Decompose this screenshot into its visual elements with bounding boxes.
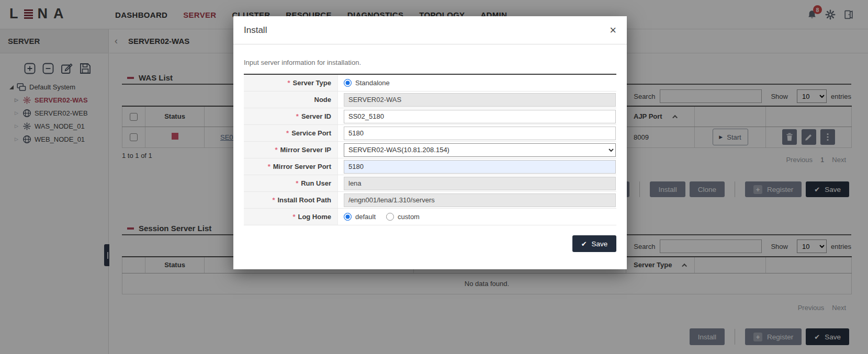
field-label: Server Type: [293, 79, 331, 87]
form-row-mirror-server-ip: * Mirror Server IP SERVER02-WAS(10.81.20…: [244, 142, 616, 158]
radio-label[interactable]: Standalone: [355, 79, 390, 87]
required-mark: *: [296, 112, 299, 120]
mirror-server-port-field[interactable]: [344, 160, 616, 174]
field-label: Server ID: [301, 112, 331, 120]
form-row-server-type: * Server Type Standalone: [244, 75, 616, 92]
mirror-server-ip-select[interactable]: SERVER02-WAS(10.81.208.154): [344, 143, 616, 157]
log-home-custom-radio[interactable]: [386, 213, 394, 221]
run-user-field: [344, 177, 616, 190]
required-mark: *: [296, 179, 298, 187]
modal-description: Input server information for installatio…: [233, 44, 627, 66]
required-mark: *: [275, 146, 277, 154]
form-row-log-home: * Log Home default custom: [244, 209, 616, 225]
modal-title: Install: [244, 25, 267, 36]
form-row-service-port: * Service Port: [244, 125, 616, 142]
form-row-run-user: * Run User: [244, 175, 616, 192]
radio-label[interactable]: custom: [398, 213, 420, 221]
field-label: Install Root Path: [277, 196, 331, 204]
form-row-install-root-path: * Install Root Path: [244, 192, 616, 209]
node-field: [344, 93, 616, 107]
required-mark: *: [268, 163, 270, 170]
close-icon[interactable]: ×: [610, 25, 616, 36]
field-label: Service Port: [291, 129, 331, 137]
required-mark: *: [292, 213, 295, 221]
field-label: Log Home: [298, 213, 331, 221]
service-port-field[interactable]: [344, 127, 616, 140]
install-root-path-field: [344, 193, 616, 207]
required-mark: *: [286, 129, 289, 137]
modal-save-button[interactable]: ✔ Save: [572, 235, 616, 252]
form-row-server-id: * Server ID: [244, 108, 616, 125]
server-id-field[interactable]: [344, 110, 616, 123]
required-mark: *: [272, 196, 275, 204]
app-screen: L N A DASHBOARD SERVER CLUSTER RESOURCE …: [0, 0, 868, 354]
install-modal: Install × Input server information for i…: [233, 16, 627, 269]
log-home-default-radio[interactable]: [344, 213, 352, 221]
modal-header: Install ×: [233, 16, 627, 44]
field-label: Run User: [301, 179, 331, 187]
required-mark: *: [287, 79, 290, 87]
field-label: Mirror Server Port: [273, 163, 331, 170]
form-row-mirror-server-port: * Mirror Server Port: [244, 158, 616, 175]
server-type-standalone-radio[interactable]: [344, 79, 352, 87]
install-form: * Server Type Standalone Node * Server I…: [244, 74, 616, 225]
form-row-node: Node: [244, 92, 616, 108]
radio-label[interactable]: default: [355, 213, 376, 221]
field-label: Mirror Server IP: [280, 146, 331, 154]
check-icon: ✔: [581, 240, 587, 248]
field-label: Node: [314, 96, 332, 104]
